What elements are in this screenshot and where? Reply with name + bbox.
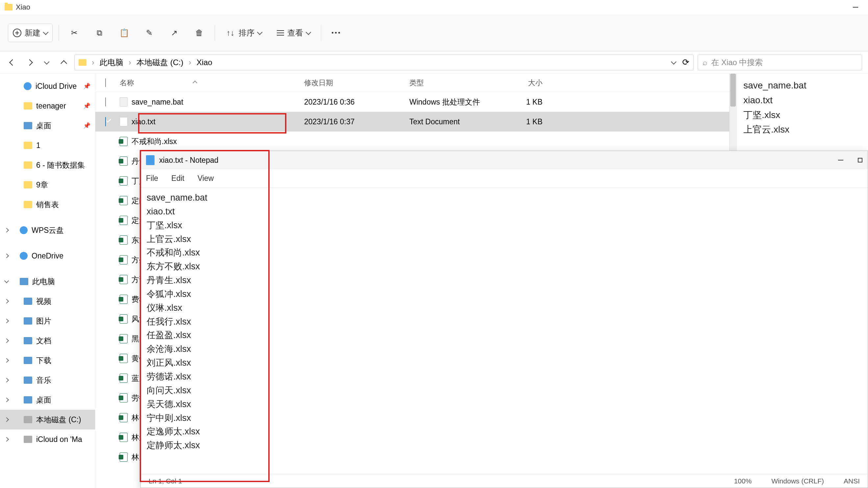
file-icon [120, 196, 128, 205]
file-date: 2023/1/16 0:37 [304, 117, 409, 126]
copy-button[interactable]: ⧉ [90, 24, 109, 42]
folder-icon [24, 317, 32, 325]
sidebar-item[interactable]: 文档 [0, 331, 95, 350]
sidebar-item[interactable]: 桌面📌 [0, 116, 95, 135]
line-ending: Windows (CRLF) [771, 477, 824, 485]
file-icon [120, 275, 128, 284]
sidebar-item[interactable]: 9章 [0, 175, 95, 195]
rename-button[interactable]: ✎ [140, 24, 159, 42]
scroll-thumb[interactable] [730, 74, 736, 106]
folder-icon [24, 436, 32, 443]
text-line: 定静师太.xlsx [147, 439, 862, 453]
up-button[interactable] [57, 56, 70, 69]
sidebar-item[interactable]: 6 - 随书数据集 [0, 155, 95, 175]
menu-edit[interactable]: Edit [171, 174, 184, 183]
minimize-button[interactable] [838, 160, 843, 160]
file-size: 1 KB [498, 98, 552, 106]
folder-icon [24, 161, 32, 169]
text-line: 丁坚.xlsx [147, 219, 862, 233]
sidebar-item[interactable]: 视频 [0, 292, 95, 311]
text-line: 仪琳.xlsx [147, 301, 862, 315]
notepad-window[interactable]: xiao.txt - Notepad File Edit View save_n… [141, 151, 868, 488]
file-row[interactable]: save_name.bat 2023/1/16 0:36 Windows 批处理… [95, 92, 729, 112]
sidebar-label: 桌面 [36, 121, 51, 131]
menu-file[interactable]: File [146, 174, 158, 183]
sidebar-item[interactable]: iCloud on 'Ma [0, 429, 95, 449]
more-button[interactable] [327, 24, 345, 42]
folder-icon [24, 181, 32, 188]
view-icon [277, 30, 284, 35]
sidebar-item[interactable]: 桌面 [0, 390, 95, 410]
view-button[interactable]: 查看 [272, 24, 315, 42]
search-icon: ⌕ [703, 58, 707, 67]
paste-button[interactable]: 📋 [115, 24, 134, 42]
sidebar-item[interactable]: 销售表 [0, 195, 95, 214]
nav-tree[interactable]: iCloud Drive📌teenager📌桌面📌16 - 随书数据集9章销售表… [0, 74, 95, 488]
sidebar-item[interactable]: 本地磁盘 (C:) [0, 410, 95, 429]
folder-icon [24, 396, 32, 403]
sidebar-item-pc[interactable]: 此电脑 [0, 272, 95, 292]
breadcrumb-drive[interactable]: 本地磁盘 (C:) [136, 57, 183, 68]
menu-view[interactable]: View [197, 174, 214, 183]
row-checkbox[interactable] [105, 97, 106, 106]
refresh-button[interactable]: ⟳ [682, 57, 689, 67]
maximize-button[interactable] [858, 158, 862, 162]
column-name[interactable]: 名称 [118, 78, 304, 88]
chevron-down-icon [43, 29, 49, 35]
pc-icon [20, 278, 28, 285]
encoding: ANSI [844, 477, 860, 485]
new-button[interactable]: 新建 [8, 24, 53, 42]
preview-line: 丁坚.xlsx [743, 108, 861, 123]
file-row[interactable]: 不戒和尚.xlsx [95, 131, 729, 151]
sidebar-item[interactable]: 下载 [0, 350, 95, 370]
file-name: save_name.bat [131, 98, 183, 106]
sidebar-item[interactable]: 1 [0, 135, 95, 155]
column-size[interactable]: 大小 [498, 78, 552, 88]
folder-icon [24, 142, 32, 149]
notepad-content[interactable]: save_name.batxiao.txt丁坚.xlsx上官云.xlsx不戒和尚… [141, 188, 868, 474]
text-line: 余沧海.xlsx [147, 342, 862, 356]
paste-icon: 📋 [119, 28, 129, 38]
separator [215, 25, 215, 41]
breadcrumb-folder[interactable]: Xiao [197, 58, 212, 67]
sidebar-item[interactable]: teenager📌 [0, 96, 95, 116]
folder-icon [24, 337, 32, 344]
text-line: 劳德诺.xlsx [147, 370, 862, 384]
share-button[interactable]: ↗ [165, 24, 184, 42]
notepad-titlebar[interactable]: xiao.txt - Notepad [141, 151, 868, 170]
file-icon [120, 334, 128, 343]
folder-icon [24, 357, 32, 364]
file-size: 1 KB [498, 117, 552, 126]
file-row[interactable]: xiao.txt 2023/1/16 0:37 Text Document 1 … [95, 112, 729, 131]
window-controls [853, 0, 868, 14]
sidebar-label: 下载 [36, 356, 51, 366]
search-input[interactable]: ⌕ 在 Xiao 中搜索 [698, 55, 862, 70]
sidebar-item[interactable]: 图片 [0, 311, 95, 331]
delete-button[interactable]: 🗑 [190, 24, 209, 42]
sort-button[interactable]: ↑↓ 排序 [221, 24, 266, 42]
chevron-down-icon [257, 29, 263, 35]
breadcrumb-pc[interactable]: 此电脑 [100, 57, 123, 68]
sidebar-label: teenager [36, 102, 66, 111]
notepad-statusbar: Ln 1, Col 1 100% Windows (CRLF) ANSI [141, 474, 868, 488]
text-line: 令狐冲.xlsx [147, 287, 862, 301]
back-button[interactable] [6, 56, 19, 69]
sidebar-label: 桌面 [36, 395, 51, 405]
recent-button[interactable] [671, 59, 677, 64]
cut-button[interactable]: ✂ [65, 24, 84, 42]
sidebar-item[interactable]: 音乐 [0, 370, 95, 390]
sidebar-item[interactable]: iCloud Drive📌 [0, 76, 95, 96]
folder-icon [24, 82, 32, 90]
column-type[interactable]: 类型 [409, 78, 498, 88]
sidebar-item-wps[interactable]: WPS云盘 [0, 220, 95, 240]
row-checkbox[interactable] [105, 117, 106, 126]
text-line: 任盈盈.xlsx [147, 329, 862, 342]
sidebar-item-onedrive[interactable]: OneDrive [0, 246, 95, 266]
minimize-button[interactable] [853, 7, 858, 7]
chevron-down-button[interactable] [40, 56, 53, 69]
address-bar[interactable]: › 此电脑 › 本地磁盘 (C:) › Xiao ⟳ [74, 55, 694, 70]
select-all-checkbox[interactable] [105, 78, 106, 87]
column-date[interactable]: 修改日期 [304, 78, 409, 88]
forward-button[interactable] [23, 56, 36, 69]
file-icon [120, 314, 128, 324]
